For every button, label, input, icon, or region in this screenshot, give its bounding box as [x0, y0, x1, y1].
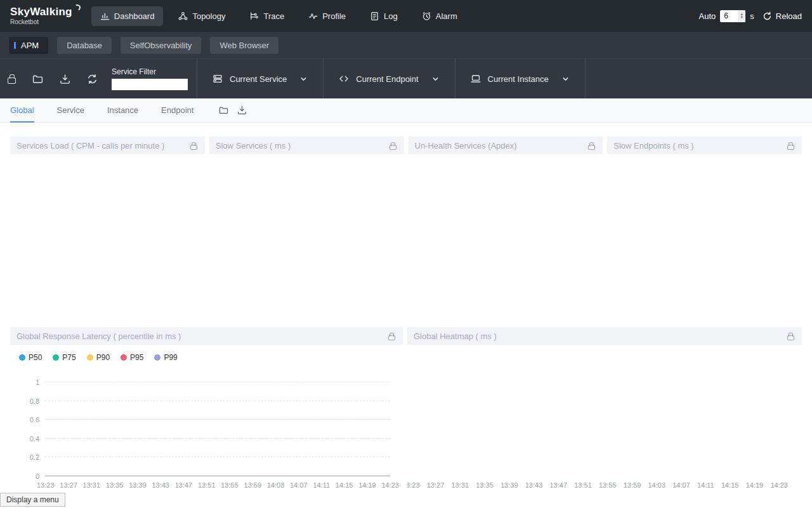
gridline: 0.6 — [45, 419, 390, 420]
legend-item-p50[interactable]: P50 — [19, 353, 42, 362]
dashboard-tab-apm[interactable]: APM — [9, 37, 48, 54]
legend-item-p99[interactable]: P99 — [154, 353, 177, 362]
panel-lock-button[interactable] — [587, 140, 596, 151]
tab-global[interactable]: Global — [10, 98, 34, 122]
import-template-button[interactable] — [32, 74, 43, 84]
legend-label: P90 — [96, 353, 110, 362]
x-axis-label: 14:15 — [721, 481, 739, 489]
nav-item-alarm[interactable]: Alarm — [413, 6, 466, 26]
folder-icon — [219, 105, 228, 115]
trace-icon — [249, 11, 259, 21]
tab-service[interactable]: Service — [57, 98, 84, 122]
x-axis-label: 13:59 — [624, 481, 641, 489]
panel-lock-button[interactable] — [786, 331, 796, 342]
chevron-down-icon — [561, 75, 570, 83]
service-filter-input[interactable] — [112, 79, 188, 90]
reload-button[interactable]: Reload — [763, 11, 802, 21]
nav-item-profile[interactable]: Profile — [299, 6, 355, 26]
legend-label: P95 — [130, 353, 143, 362]
legend-dot — [87, 354, 93, 361]
scope-tabs-bar: Global Service Instance Endpoint — [0, 98, 812, 123]
nav-item-label: Dashboard — [114, 11, 155, 21]
legend-item-p75[interactable]: P75 — [53, 353, 75, 362]
legend-item-p90[interactable]: P90 — [87, 353, 110, 362]
auto-reload-unit: s — [750, 11, 754, 21]
x-axis-label: 13:43 — [525, 481, 543, 489]
x-axis-label: 13:51 — [574, 481, 592, 489]
alarm-icon — [422, 11, 431, 21]
panel-lock-button[interactable] — [387, 331, 396, 342]
auto-reload-interval-value: 6 — [724, 11, 728, 20]
panel-lock-button[interactable] — [786, 140, 796, 151]
nav-item-dashboard[interactable]: Dashboard — [91, 6, 164, 26]
x-axis-label: 13:23 — [37, 481, 55, 489]
lock-icon — [190, 145, 197, 150]
panel-body-empty — [10, 154, 205, 317]
reload-label: Reload — [776, 11, 802, 21]
panel-lock-button[interactable] — [189, 140, 199, 151]
series-line-p99 — [45, 476, 390, 477]
browser-status-tooltip: Display a menu — [0, 493, 65, 507]
panel-row-1: Services Load ( CPM - calls per minute )… — [10, 137, 802, 317]
heatmap-x-axis: 13:2313:2713:3113:3513:3913:4313:4713:51… — [407, 481, 788, 489]
nav-item-trace[interactable]: Trace — [240, 6, 293, 26]
number-stepper[interactable]: ▴▾ — [738, 10, 745, 22]
x-axis-label: 14:11 — [697, 481, 714, 489]
dashboard-tab-label: Web Browser — [219, 41, 269, 50]
toolbar-icons — [0, 59, 112, 98]
export-tab-button[interactable] — [237, 105, 247, 115]
gridline: 0.4 — [45, 438, 390, 439]
x-axis-label: 13:23 — [407, 481, 420, 489]
lock-icon — [787, 145, 794, 150]
dashboard-tab-web-browser[interactable]: Web Browser — [210, 37, 278, 54]
x-axis-label: 14:03 — [648, 481, 666, 489]
lock-icon — [388, 335, 395, 340]
x-axis-label: 13:59 — [244, 481, 262, 489]
latency-chart: P50P75P90P95P99 00.20.40.60.81 13:2313:2… — [10, 345, 403, 492]
panel-body-empty — [409, 154, 603, 317]
tab-endpoint[interactable]: Endpoint — [161, 98, 193, 122]
x-axis-label: 13:27 — [427, 481, 445, 489]
export-template-button[interactable] — [60, 74, 70, 84]
panel-global-response-latency: Global Response Latency ( percentile in … — [10, 327, 403, 492]
x-axis-label: 13:55 — [221, 481, 239, 489]
dashboard-content: Services Load ( CPM - calls per minute )… — [0, 137, 812, 506]
x-axis-label: 14:23 — [770, 481, 788, 489]
nav-item-log[interactable]: Log — [361, 6, 407, 26]
dashboard-tab-database[interactable]: Database — [57, 37, 112, 54]
panel-slow-endpoints: Slow Endpoints ( ms ) — [607, 137, 802, 317]
nav-item-topology[interactable]: Topology — [169, 6, 234, 26]
logo-crescent-icon — [74, 4, 81, 11]
tab-instance[interactable]: Instance — [107, 98, 138, 122]
endpoint-icon — [339, 74, 349, 84]
nav-item-label: Log — [384, 11, 398, 21]
dashboard-tab-selfobservability[interactable]: SelfObservability — [121, 37, 202, 54]
legend-dot — [53, 354, 59, 361]
current-instance-label: Current Instance — [488, 74, 549, 84]
panel-header: Global Heatmap ( ms ) — [407, 327, 802, 345]
y-axis-label: 0.8 — [30, 398, 39, 405]
auto-reload-interval-input[interactable]: 6 ▴▾ — [720, 10, 745, 22]
current-instance-selector[interactable]: Current Instance — [455, 59, 586, 98]
panel-lock-button[interactable] — [388, 140, 398, 151]
legend-label: P75 — [62, 353, 75, 362]
panel-header: Slow Endpoints ( ms ) — [607, 137, 802, 154]
nav-item-label: Profile — [322, 11, 346, 21]
gridline: 0.8 — [45, 401, 390, 401]
reload-icon — [763, 11, 772, 21]
logo-subtitle: Rocketbot — [10, 18, 72, 25]
x-axis-label: 13:47 — [550, 481, 568, 489]
dashboard-tabs-bar: APM Database SelfObservability Web Brows… — [0, 32, 812, 58]
import-tab-button[interactable] — [219, 105, 228, 115]
app-logo[interactable]: SkyWalking Rocketbot — [10, 6, 72, 25]
lock-edit-button[interactable] — [8, 74, 16, 84]
log-icon — [370, 11, 379, 21]
refresh-templates-button[interactable] — [87, 74, 98, 84]
legend-item-p95[interactable]: P95 — [121, 353, 143, 362]
current-service-selector[interactable]: Current Service — [197, 59, 323, 98]
dashboard-tab-label: Database — [67, 41, 102, 50]
panel-unhealth-services: Un-Health Services (Apdex) — [409, 137, 603, 317]
legend-label: P50 — [29, 353, 42, 362]
heatmap-chart: 13:2313:2713:3113:3513:3913:4313:4713:51… — [407, 345, 802, 492]
current-endpoint-selector[interactable]: Current Endpoint — [323, 59, 454, 98]
